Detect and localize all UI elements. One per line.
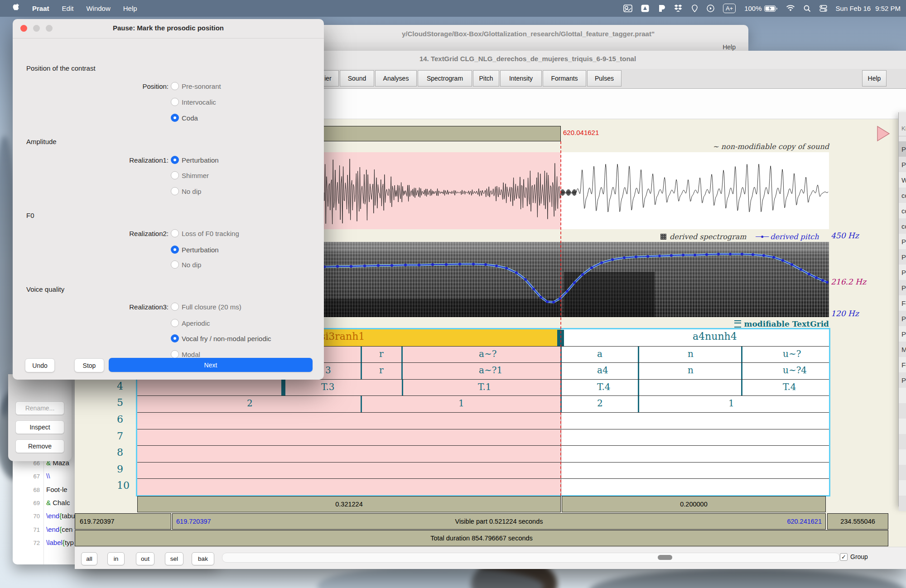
radio-pre-sonorant[interactable] bbox=[171, 82, 179, 90]
tab-spectrogram[interactable]: Spectrogram bbox=[418, 70, 472, 87]
radio-aperiodic[interactable] bbox=[171, 319, 179, 327]
remove-button[interactable]: Remove bbox=[15, 439, 64, 453]
selection-duration-left[interactable]: 0.321224 bbox=[137, 496, 561, 512]
radio-coda[interactable] bbox=[171, 114, 179, 122]
interval-boundary[interactable] bbox=[361, 363, 362, 379]
menu-edit[interactable]: Edit bbox=[62, 5, 74, 12]
wifi-icon[interactable] bbox=[786, 5, 795, 12]
objects-list-item[interactable]: cor bbox=[899, 188, 906, 203]
interval-boundary[interactable] bbox=[361, 396, 362, 412]
interval-boundary[interactable] bbox=[638, 380, 639, 396]
tier-number-6[interactable]: 6 bbox=[117, 414, 135, 425]
tab-formants[interactable]: Formants bbox=[543, 70, 586, 87]
tier-interval-label[interactable]: 1 bbox=[458, 398, 463, 410]
tier-interval-label[interactable]: n bbox=[688, 365, 692, 376]
tab-pulses[interactable]: Pulses bbox=[587, 70, 622, 87]
total-duration-bar[interactable]: Total duration 854.796667 seconds bbox=[75, 530, 888, 546]
zoom-out-button[interactable]: out bbox=[136, 552, 154, 565]
interval-boundary[interactable] bbox=[741, 380, 742, 396]
tier-interval-label[interactable]: si3ranh1 bbox=[320, 331, 501, 343]
group-checkmark-icon[interactable]: ✓ bbox=[840, 553, 848, 561]
tier-number-4[interactable]: 4 bbox=[117, 381, 135, 392]
tier-number-5[interactable]: 5 bbox=[117, 397, 135, 409]
next-button[interactable]: Next bbox=[109, 358, 313, 372]
scrollbar-handle[interactable] bbox=[658, 555, 672, 560]
play-triangle-icon[interactable] bbox=[876, 125, 891, 142]
interval-boundary-selected[interactable] bbox=[281, 380, 285, 396]
undo-button[interactable]: Undo bbox=[25, 358, 55, 372]
interval-boundary[interactable] bbox=[741, 363, 742, 379]
time-outer-right[interactable]: 234.555046 bbox=[827, 513, 888, 530]
menu-bar-clock[interactable]: Sun Feb 16 9:52 PM bbox=[836, 5, 901, 12]
objects-list-item[interactable]: Pla bbox=[899, 141, 906, 157]
radio-loss-of-f0-tracking[interactable] bbox=[171, 229, 179, 237]
menu-app-name[interactable]: Praat bbox=[32, 5, 49, 12]
spotlight-search-icon[interactable] bbox=[804, 5, 811, 12]
radio-perturbation[interactable] bbox=[171, 156, 179, 164]
interval-boundary[interactable] bbox=[638, 396, 639, 412]
objects-list-item[interactable]: Pra bbox=[899, 326, 906, 342]
apple-menu-icon[interactable] bbox=[13, 4, 19, 13]
selection-duration-right[interactable]: 0.200000 bbox=[562, 496, 826, 512]
tier-interval-label[interactable]: 1 bbox=[728, 398, 733, 410]
tab-sound[interactable]: Sound bbox=[340, 70, 374, 87]
tier-interval-label[interactable]: a4 bbox=[597, 365, 602, 376]
tier-number-8[interactable]: 8 bbox=[117, 447, 135, 458]
rename-button[interactable]: Rename... bbox=[15, 401, 64, 415]
objects-list-item[interactable]: Pla bbox=[899, 372, 906, 388]
objects-list-item[interactable]: Wa bbox=[899, 172, 906, 188]
interval-boundary[interactable] bbox=[402, 380, 403, 396]
stop-button[interactable]: Stop bbox=[74, 358, 104, 372]
tier-number-9[interactable]: 9 bbox=[117, 463, 135, 475]
tier-number-7[interactable]: 7 bbox=[117, 430, 135, 442]
radio-shimmer[interactable] bbox=[171, 171, 179, 179]
objects-list-item[interactable]: cor bbox=[899, 203, 906, 218]
objects-list-item[interactable]: cor bbox=[899, 218, 906, 234]
zoom-bak-button[interactable]: bak bbox=[192, 552, 214, 565]
tier-interval-label[interactable]: T.3 bbox=[321, 381, 326, 393]
menu-window[interactable]: Window bbox=[86, 5, 110, 12]
menu-help[interactable]: Help bbox=[123, 5, 137, 12]
interval-boundary[interactable] bbox=[741, 347, 742, 363]
radio-no-dip[interactable] bbox=[171, 187, 179, 195]
location-pin-icon[interactable] bbox=[691, 5, 698, 12]
objects-list-item[interactable]: Pra bbox=[899, 249, 906, 265]
interval-boundary[interactable] bbox=[638, 347, 639, 363]
objects-list-item[interactable]: Mic bbox=[899, 342, 906, 357]
objects-list-item[interactable]: Pla bbox=[899, 311, 906, 326]
tab-pitch[interactable]: Pitch bbox=[473, 70, 499, 87]
tier-interval-label[interactable]: T.4 bbox=[783, 381, 787, 393]
objects-list-item[interactable]: Pow bbox=[899, 280, 906, 295]
inspect-button[interactable]: Inspect bbox=[15, 420, 64, 434]
visible-part-bar[interactable]: 619.720397Visible part 0.521224 seconds6… bbox=[172, 513, 826, 530]
interval-boundary[interactable] bbox=[401, 347, 403, 363]
tier-interval-label[interactable]: u~?4 bbox=[783, 365, 787, 376]
interval-boundary[interactable] bbox=[361, 347, 362, 363]
battery-status[interactable]: 100% bbox=[744, 5, 777, 12]
radio-modal[interactable] bbox=[171, 350, 179, 358]
tier-interval-label[interactable]: a~?1 bbox=[479, 365, 483, 376]
tier-number-10[interactable]: 10 bbox=[117, 480, 135, 492]
time-outer-left[interactable]: 619.720397 bbox=[75, 513, 171, 530]
control-center-icon[interactable] bbox=[819, 5, 827, 12]
radio-intervocalic[interactable] bbox=[171, 98, 179, 106]
objects-list-item[interactable]: Fol bbox=[899, 357, 906, 372]
horizontal-scrollbar[interactable] bbox=[222, 553, 840, 563]
play-circle-icon[interactable] bbox=[707, 5, 714, 12]
dialog-titlebar[interactable]: Pause: Mark the prosodic position bbox=[13, 19, 324, 39]
zoom-in-button[interactable]: in bbox=[107, 552, 125, 565]
tier-interval-label[interactable]: n bbox=[688, 348, 692, 360]
selection-start-time[interactable]: 619.720397 bbox=[173, 518, 211, 525]
tier-interval-label[interactable]: a4nunh4 bbox=[693, 331, 697, 343]
zoom-sel-button[interactable]: sel bbox=[165, 552, 183, 565]
screen-capture-icon[interactable] bbox=[623, 5, 632, 12]
objects-list-item[interactable]: Pra bbox=[899, 157, 906, 172]
tier-interval-label[interactable]: T.1 bbox=[478, 381, 482, 393]
objects-list-item[interactable]: Pla bbox=[899, 234, 906, 249]
script-window-titlebar[interactable]: y/CloudStorage/Box-Box/Glottalization_re… bbox=[308, 25, 748, 43]
selection-end-time[interactable]: 620.241621 bbox=[787, 518, 825, 525]
tab-intensity[interactable]: Intensity bbox=[500, 70, 542, 87]
a-plus-badge[interactable]: A+ bbox=[723, 4, 736, 13]
tab-help[interactable]: Help bbox=[862, 70, 887, 87]
tier-interval-label[interactable]: a bbox=[597, 348, 602, 360]
